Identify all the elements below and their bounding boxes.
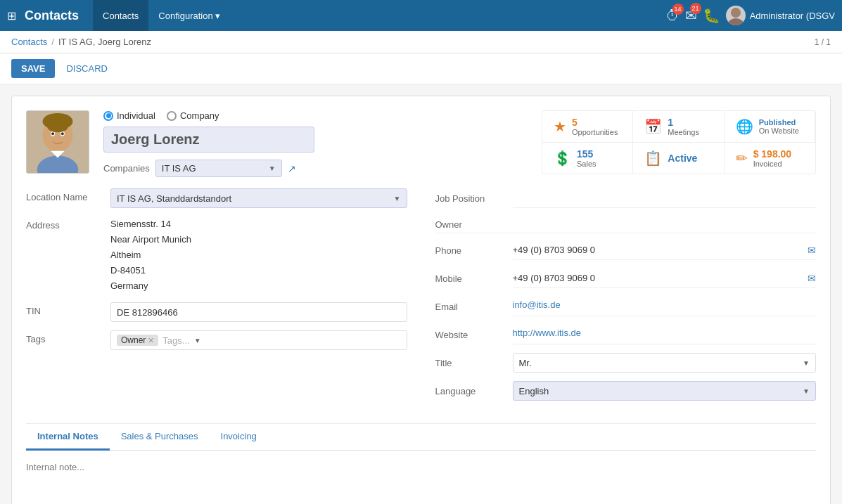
- badge-count-timer: 14: [672, 4, 684, 15]
- title-row: Title Mr. ▼: [435, 353, 817, 373]
- admin-menu[interactable]: Administrator (DSGV: [726, 6, 835, 25]
- tin-row: TIN DE 812896466: [26, 302, 407, 322]
- opportunities-icon: ★: [554, 118, 566, 135]
- language-select[interactable]: English ▼: [513, 381, 817, 401]
- badge-bug[interactable]: 🐛: [703, 7, 720, 24]
- contact-photo[interactable]: [26, 110, 89, 174]
- contact-name-input[interactable]: [103, 127, 314, 153]
- job-position-row: Job Position: [435, 188, 817, 208]
- company-option[interactable]: Company: [167, 110, 219, 121]
- title-caret: ▼: [803, 359, 810, 367]
- owner-tag: Owner ✕: [117, 335, 158, 346]
- stat-invoiced[interactable]: ✏ $ 198.00 Invoiced: [725, 143, 815, 174]
- nav-configuration[interactable]: Configuration ▾: [148, 0, 230, 31]
- tin-label: TIN: [26, 302, 103, 316]
- tab-internal-notes[interactable]: Internal Notes: [26, 424, 110, 451]
- website-input[interactable]: http://www.itis.de: [513, 325, 817, 344]
- mobile-label: Mobile: [435, 273, 506, 284]
- stat-active[interactable]: 📋 Active: [633, 143, 724, 174]
- stat-meetings[interactable]: 📅 1 Meetings: [633, 111, 724, 143]
- companies-select[interactable]: IT IS AG ▼: [155, 160, 282, 177]
- admin-name: Administrator (DSGV: [750, 11, 835, 21]
- apps-icon[interactable]: ⊞: [7, 9, 16, 22]
- phone-input[interactable]: +49 (0) 8703 9069 0 ✉: [513, 240, 817, 260]
- tags-input[interactable]: Owner ✕ Tags... ▼: [110, 330, 407, 350]
- title-select[interactable]: Mr. ▼: [513, 353, 817, 373]
- individual-option[interactable]: Individual: [103, 110, 155, 121]
- job-position-input[interactable]: [513, 188, 817, 208]
- mobile-row: Mobile +49 (0) 8703 9069 0 ✉: [435, 269, 817, 288]
- tab-invoicing[interactable]: Invoicing: [210, 424, 268, 451]
- invoiced-amount: $ 198.00: [753, 148, 792, 160]
- stat-published[interactable]: 🌐 Published On Website: [725, 111, 815, 143]
- action-bar: SAVE DISCARD: [0, 53, 842, 84]
- breadcrumb-parent[interactable]: Contacts: [11, 37, 47, 47]
- opportunities-count: 5: [572, 117, 618, 128]
- stats-grid: ★ 5 Opportunities 📅 1 Meetings 🌐: [542, 110, 816, 174]
- external-link-icon[interactable]: ↗: [288, 163, 296, 174]
- sales-label: Sales: [577, 160, 597, 168]
- meetings-icon: 📅: [644, 118, 662, 135]
- stat-sales[interactable]: 💲 155 Sales: [542, 143, 633, 174]
- tag-remove-icon[interactable]: ✕: [148, 336, 154, 345]
- nav-contacts[interactable]: Contacts: [93, 0, 148, 31]
- internal-note-textarea[interactable]: [26, 462, 816, 504]
- title-field: Mr. ▼: [513, 353, 817, 373]
- mobile-email-icon[interactable]: ✉: [808, 273, 816, 284]
- address-field: Siemensstr. 14 Near Airport Munich Althe…: [110, 217, 407, 294]
- phone-email-icon[interactable]: ✉: [808, 245, 816, 256]
- job-position-label: Job Position: [435, 193, 506, 204]
- owner-label: Owner: [435, 219, 462, 230]
- address-row: Address Siemensstr. 14 Near Airport Muni…: [26, 217, 407, 294]
- stat-opportunities[interactable]: ★ 5 Opportunities: [542, 111, 633, 143]
- save-button[interactable]: SAVE: [11, 59, 55, 78]
- email-row: Email info@itis.de: [435, 297, 817, 316]
- contact-card: Individual Company Companies IT IS AG ▼ …: [11, 96, 831, 504]
- tags-placeholder: Tags...: [162, 335, 189, 346]
- individual-radio[interactable]: [103, 111, 113, 121]
- tabs-bar: Internal Notes Sales & Purchases Invoici…: [26, 424, 816, 451]
- invoiced-label: Invoiced: [753, 160, 792, 168]
- phone-label: Phone: [435, 245, 506, 256]
- phone-row: Phone +49 (0) 8703 9069 0 ✉: [435, 240, 817, 260]
- location-name-input[interactable]: IT IS AG, Standdardstandort ▼: [110, 188, 407, 208]
- breadcrumb-separator: /: [51, 37, 54, 47]
- location-name-label: Location Name: [26, 188, 103, 202]
- breadcrumb: Contacts / IT IS AG, Joerg Lorenz: [11, 37, 151, 47]
- language-row: Language English ▼: [435, 381, 817, 401]
- companies-label: Companies: [103, 163, 150, 174]
- tags-label: Tags: [26, 330, 103, 344]
- company-radio[interactable]: [167, 111, 177, 121]
- tin-field: DE 812896466: [110, 302, 407, 322]
- svg-point-1: [727, 18, 744, 25]
- meetings-count: 1: [668, 117, 699, 128]
- tags-row: Tags Owner ✕ Tags... ▼: [26, 330, 407, 350]
- invoiced-text: $ 198.00 Invoiced: [753, 148, 792, 168]
- published-icon: 🌐: [736, 118, 753, 135]
- opportunities-label: Opportunities: [572, 128, 618, 136]
- companies-caret: ▼: [269, 164, 276, 172]
- mobile-input[interactable]: +49 (0) 8703 9069 0 ✉: [513, 269, 817, 288]
- type-selector: Individual Company: [103, 110, 528, 121]
- tab-sales-purchases[interactable]: Sales & Purchases: [110, 424, 210, 451]
- language-label: Language: [435, 386, 506, 396]
- breadcrumb-bar: Contacts / IT IS AG, Joerg Lorenz 1 / 1: [0, 31, 842, 53]
- badge-mail[interactable]: ✉ 21: [685, 7, 697, 24]
- badge-timer[interactable]: ⏱ 14: [665, 8, 680, 24]
- meetings-text: 1 Meetings: [668, 117, 699, 136]
- discard-button[interactable]: DISCARD: [60, 59, 113, 78]
- meetings-label: Meetings: [668, 128, 699, 136]
- sales-count: 155: [577, 148, 597, 160]
- email-input[interactable]: info@itis.de: [513, 297, 817, 316]
- form-section: Location Name IT IS AG, Standdardstandor…: [26, 188, 816, 409]
- published-text: Published On Website: [759, 118, 799, 135]
- active-icon: 📋: [644, 150, 662, 167]
- title-label: Title: [435, 358, 506, 368]
- bug-icon: 🐛: [703, 8, 720, 23]
- top-navbar: ⊞ Contacts Contacts Configuration ▾ ⏱ 14…: [0, 0, 842, 31]
- contact-info: Individual Company Companies IT IS AG ▼ …: [103, 110, 528, 177]
- email-label: Email: [435, 302, 506, 312]
- published-label: On Website: [759, 127, 799, 135]
- tags-caret: ▼: [194, 337, 201, 344]
- tin-input[interactable]: DE 812896466: [110, 302, 407, 322]
